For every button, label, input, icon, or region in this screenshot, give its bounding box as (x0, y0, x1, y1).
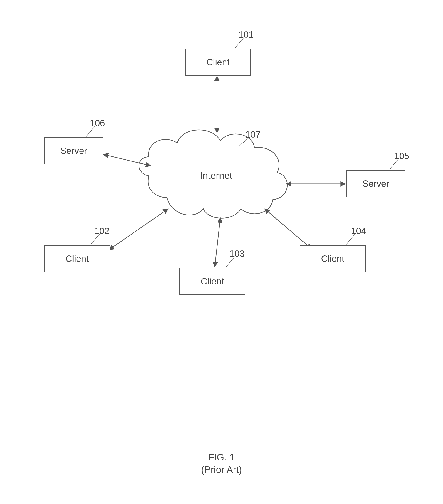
figure-caption-line2: (Prior Art) (0, 464, 443, 475)
server-left-label: Server (60, 146, 87, 156)
arrow-client-bl (109, 209, 168, 250)
server-right-ref: 105 (394, 151, 409, 161)
client-br-ref: 104 (351, 226, 366, 236)
client-top-ref: 101 (239, 30, 254, 40)
client-node-top: Client (185, 49, 251, 76)
cloud-ref: 107 (245, 129, 261, 140)
server-node-left: Server (44, 137, 103, 164)
client-bl-label: Client (65, 253, 89, 264)
client-node-bl: Client (44, 245, 110, 272)
arrow-client-br (265, 209, 311, 249)
cloud-node: Internet (200, 170, 232, 181)
cloud-label-text: Internet (200, 170, 232, 181)
client-node-br: Client (300, 245, 366, 272)
figure-caption-line1: FIG. 1 (0, 452, 443, 463)
server-right-label: Server (363, 179, 389, 189)
client-top-label: Client (206, 57, 230, 67)
client-bl-ref: 102 (94, 226, 110, 236)
client-bc-label: Client (201, 276, 224, 287)
server-left-ref: 106 (90, 118, 105, 128)
client-node-bc: Client (179, 268, 245, 295)
arrow-client-bc (215, 218, 220, 267)
diagram-canvas: Internet 107 Client 101 Server 106 Serve… (0, 0, 443, 504)
server-node-right: Server (347, 170, 405, 197)
client-br-label: Client (321, 253, 344, 264)
client-bc-ref: 103 (230, 249, 245, 259)
